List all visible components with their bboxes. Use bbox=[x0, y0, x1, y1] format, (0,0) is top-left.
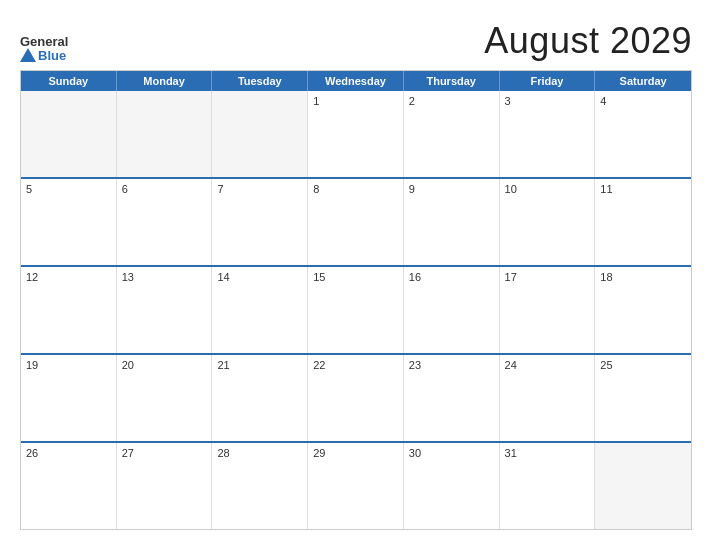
day-header-thursday: Thursday bbox=[404, 71, 500, 91]
day-number: 5 bbox=[26, 183, 32, 195]
day-number: 30 bbox=[409, 447, 421, 459]
day-cell: 18 bbox=[595, 267, 691, 353]
day-cell: 16 bbox=[404, 267, 500, 353]
day-cell: 21 bbox=[212, 355, 308, 441]
day-number: 31 bbox=[505, 447, 517, 459]
calendar: SundayMondayTuesdayWednesdayThursdayFrid… bbox=[20, 70, 692, 530]
day-cell bbox=[117, 91, 213, 177]
day-cell: 30 bbox=[404, 443, 500, 529]
day-number: 15 bbox=[313, 271, 325, 283]
day-cell: 20 bbox=[117, 355, 213, 441]
day-cell: 5 bbox=[21, 179, 117, 265]
day-cell: 27 bbox=[117, 443, 213, 529]
week-row-4: 262728293031 bbox=[21, 441, 691, 529]
day-cell bbox=[212, 91, 308, 177]
day-number: 24 bbox=[505, 359, 517, 371]
day-number: 18 bbox=[600, 271, 612, 283]
day-cell: 7 bbox=[212, 179, 308, 265]
day-header-tuesday: Tuesday bbox=[212, 71, 308, 91]
day-cell: 26 bbox=[21, 443, 117, 529]
week-row-0: 1234 bbox=[21, 91, 691, 177]
day-cell: 25 bbox=[595, 355, 691, 441]
month-title: August 2029 bbox=[484, 20, 692, 62]
day-cell: 8 bbox=[308, 179, 404, 265]
day-number: 14 bbox=[217, 271, 229, 283]
day-cell: 6 bbox=[117, 179, 213, 265]
day-number: 27 bbox=[122, 447, 134, 459]
day-number: 4 bbox=[600, 95, 606, 107]
day-number: 23 bbox=[409, 359, 421, 371]
day-number: 7 bbox=[217, 183, 223, 195]
day-cell: 2 bbox=[404, 91, 500, 177]
day-cell: 15 bbox=[308, 267, 404, 353]
day-cell: 11 bbox=[595, 179, 691, 265]
logo-general-text: General bbox=[20, 35, 68, 48]
day-cell: 9 bbox=[404, 179, 500, 265]
day-number: 2 bbox=[409, 95, 415, 107]
day-number: 25 bbox=[600, 359, 612, 371]
day-headers: SundayMondayTuesdayWednesdayThursdayFrid… bbox=[21, 71, 691, 91]
day-cell: 28 bbox=[212, 443, 308, 529]
day-number: 21 bbox=[217, 359, 229, 371]
calendar-page: General Blue August 2029 SundayMondayTue… bbox=[10, 10, 702, 540]
header: General Blue August 2029 bbox=[20, 20, 692, 62]
day-header-monday: Monday bbox=[117, 71, 213, 91]
day-number: 8 bbox=[313, 183, 319, 195]
day-cell: 10 bbox=[500, 179, 596, 265]
day-cell: 12 bbox=[21, 267, 117, 353]
day-number: 20 bbox=[122, 359, 134, 371]
day-cell: 19 bbox=[21, 355, 117, 441]
day-cell: 24 bbox=[500, 355, 596, 441]
day-cell: 22 bbox=[308, 355, 404, 441]
day-cell: 23 bbox=[404, 355, 500, 441]
day-number: 26 bbox=[26, 447, 38, 459]
day-cell: 14 bbox=[212, 267, 308, 353]
day-header-saturday: Saturday bbox=[595, 71, 691, 91]
day-cell: 4 bbox=[595, 91, 691, 177]
day-number: 28 bbox=[217, 447, 229, 459]
week-row-1: 567891011 bbox=[21, 177, 691, 265]
week-row-2: 12131415161718 bbox=[21, 265, 691, 353]
day-cell: 1 bbox=[308, 91, 404, 177]
day-cell: 29 bbox=[308, 443, 404, 529]
day-number: 9 bbox=[409, 183, 415, 195]
day-number: 3 bbox=[505, 95, 511, 107]
logo-blue-text: Blue bbox=[38, 49, 66, 62]
day-number: 11 bbox=[600, 183, 612, 195]
day-number: 16 bbox=[409, 271, 421, 283]
day-number: 19 bbox=[26, 359, 38, 371]
day-header-sunday: Sunday bbox=[21, 71, 117, 91]
weeks: 1234567891011121314151617181920212223242… bbox=[21, 91, 691, 529]
logo: General Blue bbox=[20, 35, 68, 62]
day-number: 12 bbox=[26, 271, 38, 283]
logo-blue-row: Blue bbox=[20, 48, 66, 62]
day-number: 10 bbox=[505, 183, 517, 195]
day-cell: 13 bbox=[117, 267, 213, 353]
day-cell: 17 bbox=[500, 267, 596, 353]
day-header-wednesday: Wednesday bbox=[308, 71, 404, 91]
logo-triangle-icon bbox=[20, 48, 36, 62]
day-number: 13 bbox=[122, 271, 134, 283]
day-cell: 3 bbox=[500, 91, 596, 177]
day-cell: 31 bbox=[500, 443, 596, 529]
day-number: 22 bbox=[313, 359, 325, 371]
day-cell bbox=[595, 443, 691, 529]
day-number: 6 bbox=[122, 183, 128, 195]
week-row-3: 19202122232425 bbox=[21, 353, 691, 441]
day-cell bbox=[21, 91, 117, 177]
day-header-friday: Friday bbox=[500, 71, 596, 91]
day-number: 17 bbox=[505, 271, 517, 283]
day-number: 29 bbox=[313, 447, 325, 459]
day-number: 1 bbox=[313, 95, 319, 107]
